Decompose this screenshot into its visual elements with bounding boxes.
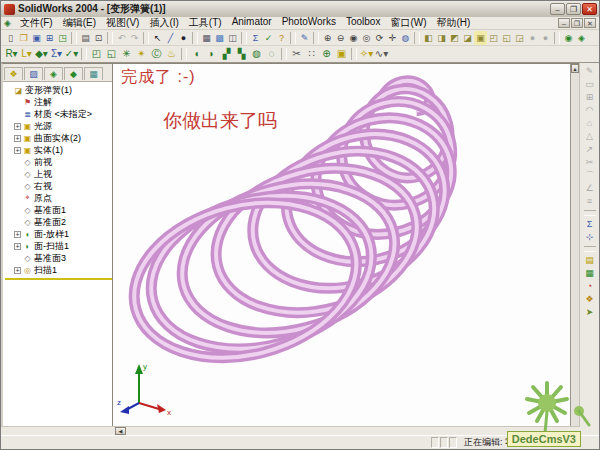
toolbar-button[interactable]: ⟳	[373, 31, 386, 45]
toolbar-button[interactable]: ◱	[104, 47, 119, 61]
toolbar-button[interactable]: ◖	[189, 47, 204, 61]
doc-menu-icon[interactable]: ◈	[4, 18, 11, 28]
panel-tab[interactable]: ▦	[84, 67, 103, 80]
toolbar-button[interactable]	[281, 48, 287, 60]
toolbar-button[interactable]: ↶	[115, 31, 128, 45]
tree-item[interactable]: + ▣ 实体(1)	[14, 144, 112, 156]
toolbar-button[interactable]	[71, 32, 77, 44]
toolbar-button[interactable]: ❖	[582, 293, 598, 306]
toolbar-button[interactable]: ▣	[474, 31, 487, 45]
toolbar-button[interactable]: ❒	[17, 31, 30, 45]
minimize-button[interactable]: –	[550, 3, 565, 15]
panel-tab[interactable]: ❖	[4, 67, 23, 80]
tree-item[interactable]: + ◗ 面-扫描1	[14, 240, 112, 252]
toolbar-button[interactable]: ◰	[89, 47, 104, 61]
toolbar-button[interactable]: ◆▾	[34, 47, 49, 61]
toolbar-button[interactable]: ▤	[79, 31, 92, 45]
toolbar-button[interactable]: ◪	[461, 31, 474, 45]
rollback-bar[interactable]	[5, 278, 112, 280]
menu-item[interactable]: PhotoWorks	[277, 16, 341, 30]
tree-item[interactable]: ◇ 基准面2	[14, 216, 112, 228]
expand-toggle-icon[interactable]: +	[14, 147, 21, 154]
toolbar-button[interactable]	[192, 32, 198, 44]
toolbar-button[interactable]: ⊞	[582, 91, 598, 104]
close-button[interactable]: ✕	[582, 3, 597, 15]
toolbar-button[interactable]: ▦	[200, 31, 213, 45]
menu-item[interactable]: 帮助(H)	[432, 16, 476, 30]
expand-toggle-icon[interactable]: +	[14, 267, 21, 274]
toolbar-button[interactable]: ▦	[582, 267, 598, 280]
toolbar-button[interactable]: ⊹	[582, 231, 598, 244]
toolbar-button[interactable]: ⊕	[321, 31, 334, 45]
toolbar-button[interactable]	[241, 32, 247, 44]
toolbar-button[interactable]: ◨	[435, 31, 448, 45]
toolbar-button[interactable]: ●	[177, 31, 190, 45]
toolbar-button[interactable]: ⊕	[319, 47, 334, 61]
toolbar-button[interactable]: ▣	[334, 47, 349, 61]
toolbar-button[interactable]: ▤	[582, 254, 598, 267]
expand-toggle-icon[interactable]: +	[14, 123, 21, 130]
toolbar-button[interactable]: ▭	[582, 78, 598, 91]
doc-restore-button[interactable]: ❐	[571, 18, 583, 28]
toolbar-button[interactable]: Σ	[582, 218, 598, 231]
expand-toggle-icon[interactable]: +	[14, 243, 21, 250]
toolbar-button[interactable]: ➤	[582, 306, 598, 319]
panel-tab[interactable]: ◆	[64, 67, 83, 80]
toolbar-button[interactable]: ▩	[213, 31, 226, 45]
menu-item[interactable]: Animator	[227, 16, 277, 30]
toolbar-button[interactable]: ✳	[119, 47, 134, 61]
toolbar-button[interactable]	[351, 48, 357, 60]
toolbar-button[interactable]: ◍	[399, 31, 412, 45]
toolbar-button[interactable]	[107, 32, 113, 44]
toolbar-button[interactable]: ▣	[30, 31, 43, 45]
tree-item[interactable]: ◇ 基准面3	[14, 252, 112, 264]
viewport-vertical-scrollbar[interactable]: ▲	[570, 64, 579, 427]
toolbar-button[interactable]: ✓	[262, 31, 275, 45]
scroll-up-icon[interactable]: ▲	[571, 64, 579, 73]
toolbar-button[interactable]: L▾	[19, 47, 34, 61]
toolbar-button[interactable]	[584, 246, 596, 252]
panel-tab[interactable]: ◈	[44, 67, 63, 80]
toolbar-button[interactable]: ♨	[164, 47, 179, 61]
toolbar-button[interactable]	[81, 48, 87, 60]
toolbar-button[interactable]	[181, 48, 187, 60]
panel-tab[interactable]: ▨	[24, 67, 43, 80]
toolbar-button[interactable]: ✎	[298, 31, 311, 45]
toolbar-button[interactable]: ◠	[582, 104, 598, 117]
scroll-left-icon[interactable]: ◀	[115, 427, 126, 435]
toolbar-button[interactable]: ↷	[128, 31, 141, 45]
toolbar-button[interactable]: ⌂	[582, 117, 598, 130]
toolbar-button[interactable]: △	[582, 130, 598, 143]
doc-close-button[interactable]: ✕	[584, 18, 596, 28]
tree-item[interactable]: ◪ 变形弹簧(1)	[5, 84, 112, 96]
toolbar-button[interactable]: ⊞	[43, 31, 56, 45]
toolbar-button[interactable]: ◌	[264, 47, 279, 61]
tree-item[interactable]: + ◖ 面-放样1	[14, 228, 112, 240]
toolbar-button[interactable]: ∷	[304, 47, 319, 61]
toolbar-button[interactable]: ◳	[56, 31, 69, 45]
toolbar-button[interactable]: ✛	[386, 31, 399, 45]
expand-toggle-icon[interactable]: +	[14, 231, 21, 238]
toolbar-button[interactable]: ⌒	[582, 169, 598, 182]
toolbar-button[interactable]	[584, 210, 596, 216]
toolbar-button[interactable]: ▚	[234, 47, 249, 61]
menu-item[interactable]: 工具(T)	[184, 16, 227, 30]
restore-button[interactable]: ❐	[566, 3, 581, 15]
toolbar-button[interactable]	[554, 32, 560, 44]
toolbar-button[interactable]: ◔	[582, 280, 598, 293]
toolbar-button[interactable]: ≡	[582, 195, 598, 208]
toolbar-button[interactable]: ?	[275, 31, 288, 45]
toolbar-button[interactable]: ▞	[219, 47, 234, 61]
toolbar-button[interactable]: ◰	[487, 31, 500, 45]
toolbar-button[interactable]: ◉	[347, 31, 360, 45]
toolbar-button[interactable]: ◲	[513, 31, 526, 45]
toolbar-button[interactable]: Σ	[249, 31, 262, 45]
toolbar-button[interactable]: ✴	[134, 47, 149, 61]
tree-item[interactable]: ◇ 右视	[14, 180, 112, 192]
tree-item[interactable]: ◇ 上视	[14, 168, 112, 180]
toolbar-button[interactable]: Ⓒ	[149, 47, 164, 61]
menu-item[interactable]: 窗口(W)	[385, 16, 431, 30]
menu-item[interactable]: 视图(V)	[101, 16, 144, 30]
toolbar-button[interactable]: R▾	[4, 47, 19, 61]
toolbar-button[interactable]: ◈	[575, 31, 588, 45]
